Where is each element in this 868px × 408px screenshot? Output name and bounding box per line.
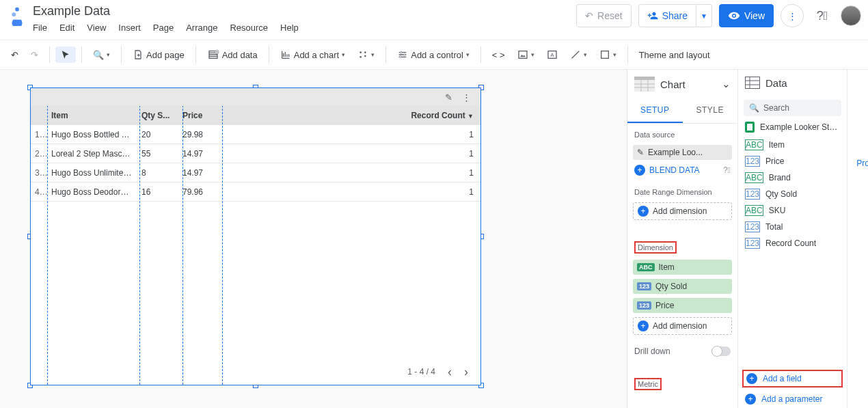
add-parameter-link[interactable]: + Add a parameter xyxy=(738,390,847,408)
more-options-button[interactable]: ⋮ xyxy=(781,4,804,27)
undo-button[interactable]: ↶ xyxy=(5,46,24,64)
search-input[interactable]: 🔍 Search xyxy=(744,100,841,116)
chevron-left-icon[interactable]: ‹ xyxy=(448,365,452,379)
field-item[interactable]: ABCItem xyxy=(738,137,847,153)
add-control-dropdown[interactable]: Add a control xyxy=(392,46,475,64)
menu-file[interactable]: File xyxy=(33,23,47,33)
control-icon xyxy=(397,49,408,60)
menu-page[interactable]: Page xyxy=(153,23,174,33)
tab-style[interactable]: STYLE xyxy=(683,98,738,123)
col-price[interactable]: Price xyxy=(178,111,215,120)
menu-insert[interactable]: Insert xyxy=(118,23,141,33)
text-button[interactable]: A xyxy=(541,46,563,64)
sort-down-icon: ▼ xyxy=(467,113,474,120)
data-source-row[interactable]: Example Looker Studio... xyxy=(738,118,847,137)
menu-arrange[interactable]: Arrange xyxy=(186,23,217,33)
add-data-button[interactable]: Add data xyxy=(202,46,263,64)
svg-point-4 xyxy=(364,51,366,53)
plus-icon: + xyxy=(638,206,649,217)
data-panel-title: Data xyxy=(765,77,787,89)
col-qty[interactable]: Qty S... xyxy=(137,111,178,120)
chevron-down-icon[interactable]: ⌄ xyxy=(722,78,731,90)
chevron-right-icon[interactable]: › xyxy=(464,365,468,379)
looker-studio-logo-icon[interactable] xyxy=(7,5,27,26)
field-qty-sold[interactable]: 123Qty Sold xyxy=(738,186,847,202)
field-total[interactable]: 123Total xyxy=(738,219,847,235)
dimension-item[interactable]: ABCItem xyxy=(633,260,732,275)
code-icon: < > xyxy=(492,50,505,60)
svg-rect-15 xyxy=(745,77,760,89)
select-tool[interactable] xyxy=(55,46,76,63)
data-source-name: Example Looker Studio... xyxy=(760,122,840,132)
redo-button[interactable]: ↷ xyxy=(25,46,44,64)
table-header: Item Qty S... Price Record Count ▼ xyxy=(31,106,480,125)
more-vert-icon: ⋮ xyxy=(788,11,797,21)
reset-button[interactable]: ↶ Reset xyxy=(576,4,632,27)
sheets-icon xyxy=(745,122,755,133)
help-icon[interactable]: ?⃝ xyxy=(723,165,731,175)
drill-down-label: Drill down xyxy=(634,346,670,356)
add-field-label: Add a field xyxy=(763,374,802,383)
svg-point-6 xyxy=(401,51,403,53)
add-date-dimension-button[interactable]: + Add dimension xyxy=(633,202,732,220)
menu-edit[interactable]: Edit xyxy=(59,23,74,33)
chart-panel: Chart ⌄ SETUP STYLE Data source ✎ Exampl… xyxy=(627,70,738,408)
image-dropdown[interactable] xyxy=(512,46,540,64)
add-dimension-button[interactable]: + Add dimension xyxy=(633,317,732,335)
col-item[interactable]: Item xyxy=(47,111,137,120)
add-page-button[interactable]: Add page xyxy=(127,46,190,64)
menu-help[interactable]: Help xyxy=(280,23,299,33)
pencil-icon[interactable]: ✎ xyxy=(445,92,452,103)
more-vert-icon[interactable]: ⋮ xyxy=(462,92,471,103)
field-price[interactable]: 123Price xyxy=(738,153,847,169)
search-icon: 🔍 xyxy=(749,103,759,113)
svg-rect-14 xyxy=(634,77,655,80)
add-field-link[interactable]: + Add a field xyxy=(742,370,843,387)
add-chart-dropdown[interactable]: Add a chart xyxy=(275,46,351,64)
properties-stub[interactable]: Pro xyxy=(847,70,868,408)
community-icon xyxy=(357,49,368,60)
add-chart-label: Add a chart xyxy=(294,50,340,60)
user-avatar[interactable] xyxy=(841,5,861,26)
tab-setup[interactable]: SETUP xyxy=(627,98,683,123)
zoom-dropdown[interactable]: 🔍 xyxy=(87,46,116,64)
chart-icon xyxy=(280,49,291,60)
menu-view[interactable]: View xyxy=(87,23,106,33)
doc-title[interactable]: Example Data xyxy=(33,4,299,18)
add-data-label: Add data xyxy=(222,50,258,60)
pencil-icon: ✎ xyxy=(637,148,644,157)
selected-chart[interactable]: ✎ ⋮ Item Qty S... Price Record Count ▼ 1… xyxy=(30,87,481,385)
data-source-chip[interactable]: ✎ Example Loo... xyxy=(633,145,732,160)
help-button[interactable]: ?⃝ xyxy=(811,4,834,27)
toolbar: ↶ ↷ 🔍 Add page Add data Add a chart Add … xyxy=(0,40,868,70)
data-panel: Data 🔍 Search Example Looker Studio... A… xyxy=(738,70,847,408)
add-page-icon xyxy=(133,49,144,60)
share-label: Share xyxy=(662,10,688,21)
share-button[interactable]: Share xyxy=(638,4,696,27)
blend-data-link[interactable]: BLEND DATA xyxy=(649,165,700,175)
view-label: View xyxy=(744,10,765,21)
view-button[interactable]: View xyxy=(719,4,774,27)
table-row: 2... Loreal 2 Step Mascara 55 14.97 1 xyxy=(31,144,480,163)
svg-rect-12 xyxy=(601,51,608,59)
theme-layout-button[interactable]: Theme and layout xyxy=(634,46,716,64)
svg-point-8 xyxy=(400,56,402,58)
dimension-qty-sold[interactable]: 123Qty Sold xyxy=(633,279,732,294)
text-icon: A xyxy=(547,49,558,60)
svg-rect-9 xyxy=(519,51,527,59)
chart-panel-title: Chart xyxy=(660,79,686,90)
field-brand[interactable]: ABCBrand xyxy=(738,169,847,186)
drill-down-toggle[interactable] xyxy=(711,346,731,356)
undo-icon: ↶ xyxy=(585,10,593,21)
dimension-price[interactable]: 123Price xyxy=(633,298,732,313)
table-chart-icon xyxy=(634,77,655,92)
field-sku[interactable]: ABCSKU xyxy=(738,202,847,219)
embed-button[interactable]: < > xyxy=(487,46,511,64)
shape-dropdown[interactable] xyxy=(594,46,622,64)
line-dropdown[interactable] xyxy=(565,46,593,64)
share-dropdown-button[interactable]: ▼ xyxy=(696,4,712,27)
col-record-count[interactable]: Record Count ▼ xyxy=(215,111,480,120)
field-record-count[interactable]: 123Record Count xyxy=(738,235,847,251)
menu-resource[interactable]: Resource xyxy=(230,23,268,33)
community-viz-dropdown[interactable] xyxy=(352,46,380,64)
